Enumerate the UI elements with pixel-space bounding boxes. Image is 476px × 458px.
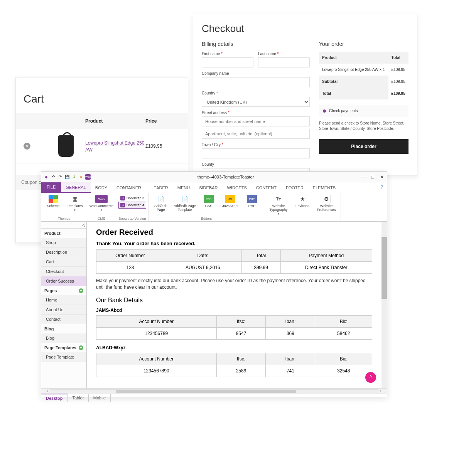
payment-method-option[interactable]: Check payments — [319, 105, 408, 117]
view-tab-desktop[interactable]: Desktop — [41, 394, 68, 402]
view-tabs: Desktop Tablet Mobile — [41, 394, 387, 402]
order-line-price: £109.95 — [388, 64, 408, 76]
order-heading: Your order — [319, 41, 408, 47]
last-name-input[interactable] — [258, 57, 310, 67]
scheme-button[interactable]: Scheme — [44, 195, 63, 212]
app-window: ◆ ↶ ↷ 💾 ⬇ ● Woo theme--4003-TemplateToas… — [41, 171, 387, 397]
collapse-sidebar-button[interactable]: ◁ — [41, 222, 86, 229]
first-name-input[interactable] — [202, 57, 253, 67]
menu-sidebar[interactable]: SIDEBAR — [194, 182, 222, 193]
sidebar-section-product: Product — [41, 229, 86, 238]
horizontal-scrollbar[interactable]: ‹ › — [41, 388, 387, 394]
firefox-icon[interactable]: ● — [78, 174, 84, 180]
sidebar-item-checkout[interactable]: Checkout — [41, 267, 86, 276]
sidebar-section-pages: Pages+ — [41, 286, 86, 295]
street-input-1[interactable] — [202, 116, 310, 126]
scroll-left-icon[interactable]: ‹ — [45, 389, 50, 393]
menu-container[interactable]: CONTAINER — [112, 182, 146, 193]
view-tab-tablet[interactable]: Tablet — [68, 394, 88, 402]
preferences-button[interactable]: ⚙Website Preferences — [314, 195, 338, 216]
sidebar-item-description[interactable]: Description — [41, 248, 86, 257]
view-tab-mobile[interactable]: Mobile — [89, 394, 111, 402]
bank2-name: ALBAD-Wxyz — [96, 345, 372, 350]
subtotal-label: Subtotal — [319, 76, 388, 88]
save-icon[interactable]: 💾 — [64, 174, 70, 180]
bootstrap3-option[interactable]: BBootstrap 3 — [118, 195, 146, 202]
gear-icon: ⚙ — [322, 195, 331, 203]
add-edit-page-button[interactable]: 📄Add/Edit Page — [151, 195, 170, 212]
bank2-table: Account Number Ifsc: Iban: Bic: 12345678… — [96, 353, 372, 377]
checkout-panel: Checkout Billing details First name * La… — [193, 14, 417, 176]
maximize-button[interactable]: □ — [370, 174, 375, 180]
sidebar-item-page-template[interactable]: Page Template — [41, 352, 86, 362]
typography-button[interactable]: TᴛWebsite Typography▾ — [267, 195, 290, 216]
cart-remove-button[interactable]: ✕ — [24, 143, 30, 150]
sidebar-item-cart[interactable]: Cart — [41, 257, 86, 267]
vertical-scrollbar[interactable] — [381, 222, 387, 388]
menu-content[interactable]: CONTENT — [252, 182, 281, 193]
window-title: theme--4003-TemplateToaster — [91, 175, 361, 179]
sidebar-item-blog[interactable]: Blog — [41, 333, 86, 343]
order-cell-total: $99.99 — [241, 262, 280, 274]
cart-col-product: Product — [85, 118, 145, 124]
order-header-total: Total — [241, 250, 280, 262]
typography-icon: Tᴛ — [274, 195, 283, 203]
sidebar-item-contact[interactable]: Contact — [41, 315, 86, 324]
close-button[interactable]: ✕ — [379, 174, 385, 180]
cart-item-link[interactable]: Lowepro Slingshot Edge 250 AW — [85, 140, 144, 153]
sidebar-item-home[interactable]: Home — [41, 295, 86, 305]
undo-icon[interactable]: ↶ — [51, 174, 56, 180]
file-menu[interactable]: FILE — [41, 182, 61, 193]
order-header-number: Order Number — [96, 250, 164, 262]
company-label: Company name — [202, 71, 310, 76]
ribbon: Scheme ▦Templates▾ Themes WooWooCommerce… — [41, 193, 387, 222]
menu-widgets[interactable]: WIDGETS — [223, 182, 252, 193]
page-title: Order Received — [96, 228, 372, 237]
js-button[interactable]: JSJavaScript — [221, 195, 240, 212]
place-order-button[interactable]: Place order — [319, 139, 408, 154]
sidebar-item-about[interactable]: About Us — [41, 305, 86, 315]
menu-general[interactable]: GENERAL — [61, 182, 91, 193]
country-select[interactable]: United Kingdom (UK) — [202, 97, 310, 107]
scheme-icon — [49, 195, 58, 203]
sidebar-item-order-success[interactable]: Order Success — [41, 276, 86, 286]
order-summary: Your order ProductTotal Lowepro Slingsho… — [319, 41, 408, 188]
add-page-button[interactable]: + — [79, 288, 83, 293]
canvas-area[interactable]: Order Received Thank You, Your order has… — [87, 222, 381, 388]
menu-elements[interactable]: ELEMENTS — [308, 182, 340, 193]
menu-header[interactable]: HEADER — [146, 182, 173, 193]
woo-icon: Woo — [95, 195, 108, 203]
company-input[interactable] — [202, 77, 310, 87]
templates-icon: ▦ — [70, 195, 79, 203]
woo-badge-icon[interactable]: Woo — [85, 174, 91, 180]
favicons-button[interactable]: ★Favicons — [293, 195, 312, 216]
help-icon[interactable]: ? — [377, 182, 387, 193]
ribbon-group-themes: Themes — [58, 217, 71, 221]
bank-details-title: Our Bank Details — [96, 297, 372, 304]
street-input-2[interactable] — [202, 129, 310, 139]
ribbon-group-bootstrap: Bootstrap Version — [118, 217, 146, 221]
js-icon: JS — [225, 195, 235, 203]
menu-footer[interactable]: FOOTER — [281, 182, 308, 193]
redo-icon[interactable]: ↷ — [57, 174, 63, 180]
php-button[interactable]: PHPPHP — [242, 195, 262, 212]
add-template-button[interactable]: + — [79, 345, 83, 350]
css-button[interactable]: CSSCSS — [199, 195, 218, 212]
menu-body[interactable]: BODY — [91, 182, 112, 193]
billing-heading: Billing details — [202, 41, 310, 47]
total-label: Total — [319, 88, 388, 99]
minimize-button[interactable]: — — [361, 174, 366, 180]
town-input[interactable] — [202, 148, 310, 158]
menu-menu[interactable]: MENU — [173, 182, 194, 193]
app-icon: ◆ — [44, 174, 49, 180]
scroll-right-icon[interactable]: › — [378, 389, 383, 393]
templates-button[interactable]: ▦Templates▾ — [65, 195, 84, 212]
cart-item-thumbnail[interactable] — [47, 135, 85, 157]
bootstrap4-option[interactable]: BBootstrap 4 — [118, 202, 146, 209]
woocommerce-button[interactable]: WooWooCommerce▾ — [89, 195, 113, 212]
add-edit-template-button[interactable]: 📄Add/Edit Page Template — [173, 195, 197, 212]
sidebar-item-shop[interactable]: Shop — [41, 238, 86, 248]
export-icon[interactable]: ⬇ — [71, 174, 77, 180]
scroll-top-button[interactable]: ^ — [365, 372, 376, 383]
sidebar-section-templates: Page Templates+ — [41, 343, 86, 352]
